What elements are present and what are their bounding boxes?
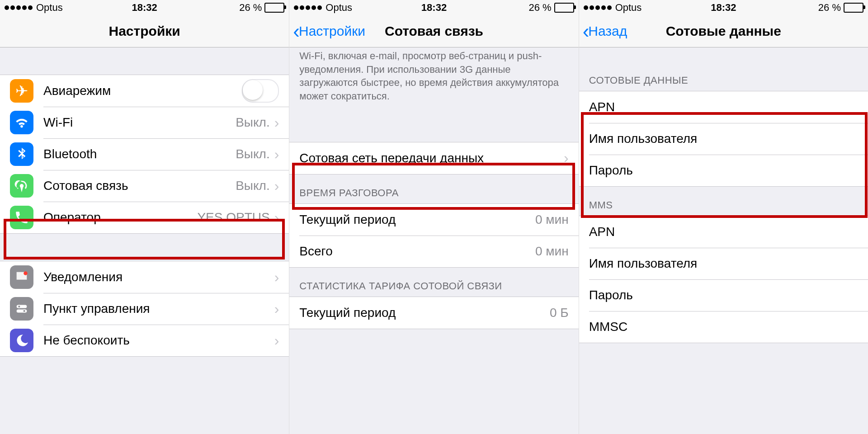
row-label: Wi-Fi: [43, 115, 236, 130]
airplane-toggle[interactable]: [242, 79, 279, 103]
row-value: 0 мин: [535, 244, 569, 259]
battery-icon: [554, 3, 574, 13]
row-dnd[interactable]: Не беспокоить ›: [0, 325, 289, 356]
row-label: Пароль: [589, 288, 858, 302]
svg-point-3: [18, 305, 21, 308]
battery-pct-label: 26 %: [529, 2, 552, 14]
chevron-right-icon: ›: [274, 301, 279, 317]
row-label: Пункт управления: [43, 302, 274, 316]
screen-settings-root: Optus 18:32 26 % Настройки ✈ Авиарежим: [0, 0, 289, 434]
chevron-right-icon: ›: [274, 146, 279, 163]
row-label: Текущий период: [299, 212, 535, 227]
row-label: Сотовая сеть передачи данных: [299, 151, 564, 165]
row-mms-username[interactable]: Имя пользователя: [579, 248, 868, 279]
row-carrier[interactable]: Оператор YES OPTUS ›: [0, 202, 289, 233]
settings-group-connectivity: ✈ Авиарежим Wi-Fi Выкл. › Bluetoo: [0, 75, 289, 234]
row-password[interactable]: Пароль: [579, 155, 868, 186]
row-bluetooth[interactable]: Bluetooth Выкл. ›: [0, 138, 289, 170]
row-label: Bluetooth: [43, 147, 236, 161]
signal-icon: [294, 5, 322, 10]
navbar: ‹ Назад Сотовые данные: [579, 15, 868, 47]
row-value: Выкл.: [236, 179, 269, 193]
chevron-right-icon: ›: [274, 178, 279, 194]
battery-pct-label: 26 %: [818, 2, 841, 14]
moon-icon: [10, 329, 33, 352]
page-title: Сотовая связь: [385, 24, 483, 39]
bluetooth-icon: [10, 142, 33, 166]
screen-cellular-data: Optus 18:32 26 % ‹ Назад Сотовые данные …: [579, 0, 868, 434]
carrier-label: Optus: [36, 2, 63, 14]
row-wifi[interactable]: Wi-Fi Выкл. ›: [0, 107, 289, 138]
signal-icon: [5, 5, 33, 10]
row-control-center[interactable]: Пункт управления ›: [0, 293, 289, 325]
section-header-talk-time: ВРЕМЯ РАЗГОВОРА: [289, 175, 578, 203]
row-label: Пароль: [589, 163, 858, 178]
back-label: Настройки: [299, 24, 365, 39]
row-cellular[interactable]: Сотовая связь Выкл. ›: [0, 170, 289, 202]
phone-icon: [10, 206, 33, 229]
row-stats-current: Текущий период 0 Б: [289, 297, 578, 329]
section-header-mms: MMS: [579, 187, 868, 216]
airplane-icon: ✈: [10, 79, 33, 103]
row-value: 0 Б: [550, 306, 569, 320]
section-header-cell-stats: СТАТИСТИКА ТАРИФА СОТОВОЙ СВЯЗИ: [289, 268, 578, 297]
row-mmsc[interactable]: MMSC: [579, 311, 868, 343]
row-value: 0 мин: [535, 212, 569, 227]
row-label: Всего: [299, 244, 535, 259]
row-mms-apn[interactable]: APN: [579, 216, 868, 248]
battery-icon: [844, 3, 863, 13]
chevron-right-icon: ›: [274, 332, 279, 349]
row-talk-current: Текущий период 0 мин: [289, 204, 578, 236]
row-label: Оператор: [43, 210, 197, 225]
control-center-icon: [10, 297, 33, 321]
clock-label: 18:32: [711, 2, 736, 14]
notifications-icon: [10, 265, 33, 289]
signal-icon: [584, 5, 612, 10]
row-label: APN: [589, 225, 858, 239]
row-label: MMSC: [589, 320, 858, 334]
section-header-cellular-data: СОТОВЫЕ ДАННЫЕ: [579, 47, 868, 91]
cellular-icon: [10, 174, 33, 198]
svg-point-4: [23, 310, 26, 312]
row-label: Авиарежим: [43, 84, 242, 98]
row-talk-total: Всего 0 мин: [289, 236, 578, 267]
back-button[interactable]: ‹ Настройки: [293, 21, 365, 41]
carrier-label: Optus: [326, 2, 352, 14]
row-apn[interactable]: APN: [579, 91, 868, 123]
row-label: Имя пользователя: [589, 256, 858, 271]
info-footer: Wi-Fi, включая e-mail, просмотр веб-стра…: [289, 47, 578, 110]
settings-group-system: Уведомления › Пункт управления › Не бесп…: [0, 261, 289, 357]
chevron-right-icon: ›: [274, 114, 279, 131]
clock-label: 18:32: [132, 2, 157, 14]
row-label: Сотовая связь: [43, 179, 236, 193]
navbar: ‹ Настройки Сотовая связь: [289, 15, 578, 47]
row-value: Выкл.: [236, 115, 269, 130]
row-label: Не беспокоить: [43, 333, 274, 348]
status-bar: Optus 18:32 26 %: [579, 0, 868, 15]
row-notifications[interactable]: Уведомления ›: [0, 261, 289, 293]
battery-pct-label: 26 %: [239, 2, 262, 14]
page-title: Настройки: [109, 24, 180, 39]
row-airplane-mode[interactable]: ✈ Авиарежим: [0, 75, 289, 107]
navbar: Настройки: [0, 15, 289, 47]
battery-icon: [264, 3, 284, 13]
row-label: Уведомления: [43, 270, 274, 284]
row-label: APN: [589, 100, 858, 114]
back-label: Назад: [588, 24, 627, 39]
row-value: YES OPTUS: [197, 210, 269, 225]
status-bar: Optus 18:32 26 %: [289, 0, 578, 15]
chevron-right-icon: ›: [564, 150, 569, 166]
chevron-right-icon: ›: [274, 209, 279, 226]
row-username[interactable]: Имя пользователя: [579, 123, 868, 155]
carrier-label: Optus: [615, 2, 642, 14]
svg-point-0: [24, 271, 28, 275]
row-label: Текущий период: [299, 306, 550, 320]
back-button[interactable]: ‹ Назад: [583, 21, 627, 41]
page-title: Сотовые данные: [666, 24, 781, 39]
status-bar: Optus 18:32 26 %: [0, 0, 289, 15]
screen-cellular: Optus 18:32 26 % ‹ Настройки Сотовая свя…: [289, 0, 579, 434]
wifi-icon: [10, 111, 33, 134]
row-mms-password[interactable]: Пароль: [579, 279, 868, 311]
row-cellular-data-network[interactable]: Сотовая сеть передачи данных ›: [289, 142, 578, 174]
chevron-right-icon: ›: [274, 269, 279, 286]
